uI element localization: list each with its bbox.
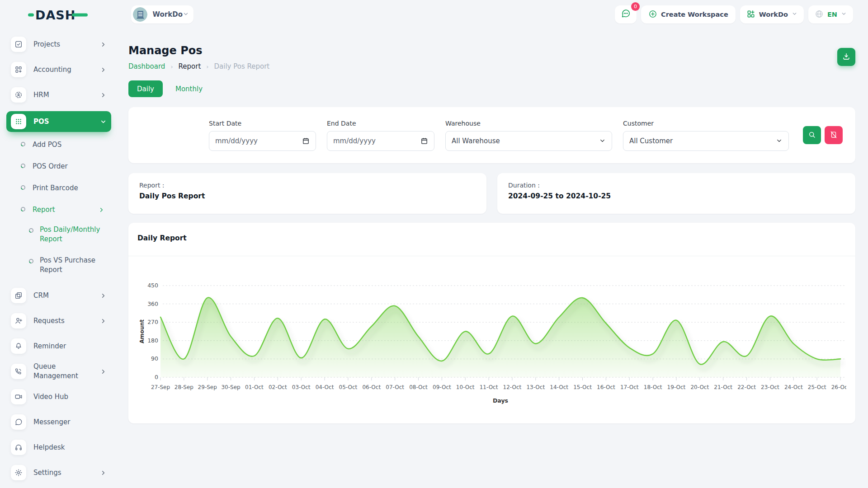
chevron-down-icon — [100, 118, 107, 125]
sidebar-item-hrm[interactable]: HRM — [6, 86, 111, 104]
chevron-right-icon — [100, 41, 107, 48]
end-date-placeholder: mm/dd/yyyy — [333, 137, 376, 145]
phone-icon — [11, 364, 26, 379]
x-axis-tick-label: 12-Oct — [503, 384, 522, 390]
sidebar-item-pos-vs-purchase-report[interactable]: Pos VS Purchase Report — [6, 256, 111, 275]
sidebar-item-video-hub[interactable]: Video Hub — [6, 388, 111, 406]
y-axis-title: Amount — [139, 319, 145, 343]
sidebar-item-helpdesk[interactable]: Helpdesk — [6, 438, 111, 456]
x-axis-tick-label: 25-Oct — [808, 384, 826, 390]
x-axis-tick-label: 15-Oct — [573, 384, 592, 390]
sidebar-item-pos-daily-monthly-report[interactable]: Pos Daily/Monthly Report — [6, 225, 111, 244]
x-axis-tick-label: 01-Oct — [245, 384, 264, 390]
chevron-down-icon — [792, 11, 797, 18]
warehouse-select[interactable]: All Warehouse — [445, 131, 612, 151]
x-axis-tick-label: 06-Oct — [362, 384, 381, 390]
sidebar-item-report[interactable]: Report — [6, 203, 111, 216]
page-title: Manage Pos — [128, 44, 855, 57]
create-workspace-label: Create Workspace — [661, 11, 728, 18]
sidebar: ProjectsAccountingHRMPOSAdd POSPOS Order… — [0, 29, 118, 488]
x-axis-tick-label: 26-Oct — [831, 384, 846, 390]
chevron-right-icon — [100, 66, 107, 73]
chart-header: Daily Report — [128, 223, 855, 256]
x-axis-tick-label: 16-Oct — [597, 384, 615, 390]
apply-filter-button[interactable] — [803, 126, 821, 144]
topbar-actions: 0 Create Workspace WorkDo EN — [615, 5, 853, 23]
chevron-right-icon — [100, 469, 107, 476]
x-axis-tick-label: 18-Oct — [644, 384, 662, 390]
warehouse-label: Warehouse — [445, 120, 612, 127]
x-axis-tick-label: 20-Oct — [690, 384, 709, 390]
x-axis-tick-label: 13-Oct — [526, 384, 545, 390]
bullet-icon — [20, 162, 26, 171]
cards-icon — [11, 288, 26, 303]
checkbox-icon — [11, 37, 26, 52]
sidebar-item-pos[interactable]: POS — [6, 111, 111, 132]
tab-daily[interactable]: Daily — [128, 80, 163, 97]
chevron-down-icon — [183, 10, 189, 19]
sidebar-item-requests[interactable]: Requests — [6, 312, 111, 330]
chevron-right-icon — [98, 206, 105, 213]
end-date-label: End Date — [327, 120, 434, 127]
tab-monthly[interactable]: Monthly — [169, 80, 209, 97]
area-fill — [160, 297, 840, 377]
y-axis-tick-label: 90 — [151, 355, 158, 362]
sidebar-item-settings[interactable]: Settings — [6, 464, 111, 482]
chart-title: Daily Report — [137, 234, 187, 242]
x-axis-tick-label: 02-Oct — [269, 384, 287, 390]
breadcrumb: Dashboard › Report › Daily Pos Report — [128, 62, 855, 70]
warehouse-field: Warehouse All Warehouse — [445, 120, 612, 151]
calendar-icon[interactable] — [302, 137, 310, 145]
chevron-separator-icon: › — [170, 63, 173, 70]
x-axis-tick-label: 05-Oct — [339, 384, 358, 390]
x-axis-tick-label: 30-Sep — [221, 384, 240, 390]
headphones-icon — [11, 440, 26, 455]
create-workspace-button[interactable]: Create Workspace — [641, 5, 736, 23]
start-date-input[interactable]: mm/dd/yyyy — [209, 131, 316, 151]
video-icon — [11, 389, 26, 404]
sidebar-item-crm[interactable]: CRM — [6, 286, 111, 305]
dash-logo: DASH — [28, 7, 88, 24]
breadcrumb-dashboard[interactable]: Dashboard — [128, 62, 165, 70]
x-axis-tick-label: 21-Oct — [714, 384, 732, 390]
x-axis-tick-label: 10-Oct — [456, 384, 475, 390]
sidebar-item-queue-management[interactable]: Queue Management — [6, 362, 111, 380]
filter-actions — [803, 126, 843, 144]
sidebar-item-projects[interactable]: Projects — [6, 35, 111, 53]
breadcrumb-report: Report — [179, 62, 201, 70]
sidebar-item-print-barcode[interactable]: Print Barcode — [6, 182, 111, 194]
workspace-name: WorkDo — [153, 10, 183, 19]
y-axis-tick-label: 0 — [155, 374, 158, 380]
sidebar-item-reminder[interactable]: Reminder — [6, 337, 111, 355]
sidebar-item-accounting[interactable]: Accounting — [6, 61, 111, 79]
search-icon — [808, 131, 816, 140]
workspace-selector[interactable]: WorkDo — [131, 5, 193, 23]
daily-report-area-chart: 090180270360450Amount27-Sep28-Sep29-Sep3… — [137, 261, 846, 410]
chart-body: 090180270360450Amount27-Sep28-Sep29-Sep3… — [128, 256, 855, 412]
sidebar-item-messenger[interactable]: Messenger — [6, 413, 111, 431]
sidebar-item-add-pos[interactable]: Add POS — [6, 138, 111, 151]
bullet-icon — [20, 141, 26, 149]
language-selector[interactable]: EN — [808, 5, 853, 23]
app-menu-button[interactable]: WorkDo — [740, 5, 804, 23]
bullet-icon — [28, 258, 34, 266]
messages-button[interactable]: 0 — [615, 5, 637, 23]
end-date-input[interactable]: mm/dd/yyyy — [327, 131, 434, 151]
filter-card: Start Date mm/dd/yyyy End Date mm/dd/yyy… — [128, 107, 855, 163]
reset-filter-button[interactable] — [825, 126, 843, 144]
customer-label: Customer — [623, 120, 789, 127]
x-axis-tick-label: 27-Sep — [151, 384, 170, 390]
warehouse-selected-value: All Warehouse — [452, 137, 500, 145]
start-date-field: Start Date mm/dd/yyyy — [209, 120, 316, 151]
summary-row: Report : Daily Pos Report Duration : 202… — [128, 173, 855, 214]
calendar-icon[interactable] — [420, 137, 428, 145]
daily-report-card: Daily Report 090180270360450Amount27-Sep… — [128, 223, 855, 423]
chevron-right-icon — [100, 92, 107, 99]
sidebar-item-pos-order[interactable]: POS Order — [6, 160, 111, 173]
download-report-button[interactable] — [837, 48, 855, 66]
download-icon — [842, 52, 851, 62]
x-axis-tick-label: 07-Oct — [386, 384, 404, 390]
end-date-field: End Date mm/dd/yyyy — [327, 120, 434, 151]
customer-select[interactable]: All Customer — [623, 131, 789, 151]
messages-count-badge: 0 — [631, 2, 640, 11]
